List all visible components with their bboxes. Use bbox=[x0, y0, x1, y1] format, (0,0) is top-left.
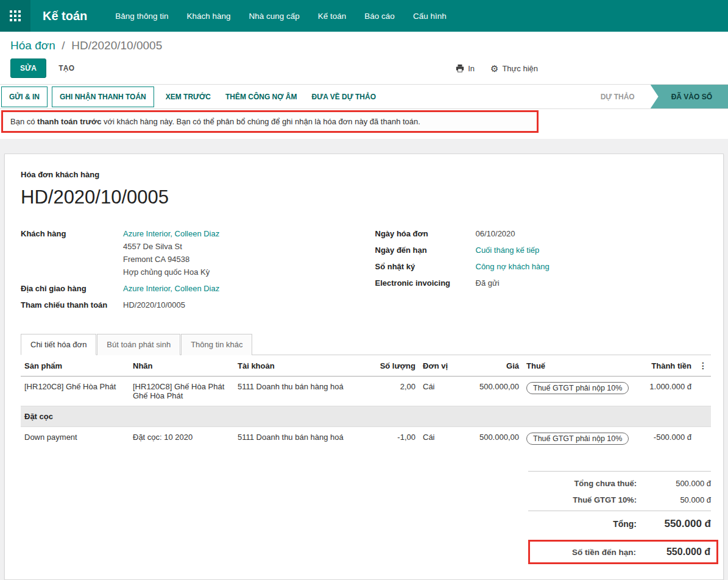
total-untaxed-value: 500.000 đ bbox=[646, 479, 711, 488]
amount-due-row: Số tiền đến hạn: 550.000 đ bbox=[536, 544, 710, 560]
send-print-button[interactable]: GỬI & IN bbox=[1, 87, 48, 107]
cell-unit: Cái bbox=[419, 377, 457, 406]
col-product: Sản phẩm bbox=[21, 355, 129, 377]
col-account: Tài khoản bbox=[234, 355, 372, 377]
add-credit-note-button[interactable]: THÊM CÔNG NỢ ÂM bbox=[218, 87, 305, 107]
total-untaxed-label: Tổng chưa thuế: bbox=[574, 479, 637, 488]
preview-button[interactable]: XEM TRƯỚC bbox=[158, 87, 218, 107]
cell-options bbox=[695, 427, 711, 451]
status-pipeline: DỰ THẢO ĐÃ VÀO SỔ bbox=[585, 85, 728, 108]
cell-options bbox=[695, 377, 711, 406]
invoice-lines-table: Sản phẩm Nhãn Tài khoản Số lượng Đơn vị … bbox=[21, 355, 711, 450]
total-tax-value: 50.000 đ bbox=[646, 495, 711, 504]
due-date-link[interactable]: Cuối tháng kế tiếp bbox=[476, 244, 540, 256]
einvoice-label: Electronic invoicing bbox=[375, 277, 476, 289]
delivery-address-link[interactable]: Azure Interior, Colleen Diaz bbox=[123, 283, 219, 295]
cell-unit: Cái bbox=[419, 427, 457, 451]
customer-address-line: 4557 De Silva St bbox=[123, 240, 219, 253]
col-unit: Đơn vị bbox=[419, 355, 457, 377]
table-row[interactable]: Down payment Đặt cọc: 10 2020 5111 Doanh… bbox=[21, 427, 711, 451]
apps-menu-button[interactable] bbox=[0, 0, 30, 32]
cell-quantity: 2,00 bbox=[372, 377, 419, 406]
col-label: Nhãn bbox=[129, 355, 234, 377]
breadcrumb-separator: / bbox=[62, 39, 65, 52]
alert-text-prefix: Bạn có bbox=[10, 117, 37, 126]
menu-customers[interactable]: Khách hàng bbox=[186, 12, 230, 21]
status-posted[interactable]: ĐÃ VÀO SỔ bbox=[651, 85, 728, 108]
customer-link[interactable]: Azure Interior, Colleen Diaz bbox=[123, 229, 219, 238]
fields-right-column: Ngày hóa đơn 06/10/2020 Ngày đến hạn Cuố… bbox=[375, 228, 712, 316]
col-options: ⋮ bbox=[695, 355, 711, 377]
cell-product: Down payment bbox=[21, 427, 129, 451]
document-type-label: Hóa đơn khách hàng bbox=[21, 170, 711, 179]
amount-due-value: 550.000 đ bbox=[646, 546, 710, 557]
tab-invoice-lines[interactable]: Chi tiết hóa đơn bbox=[21, 334, 96, 355]
invoice-date-value: 06/10/2020 bbox=[476, 228, 515, 240]
cell-tax: Thuế GTGT phải nộp 10% bbox=[523, 377, 636, 406]
alert-row: Bạn có thanh toán trước với khách hàng n… bbox=[0, 109, 728, 139]
annotation-box-amount-due: Số tiền đến hạn: 550.000 đ bbox=[528, 540, 718, 564]
grand-total-row: Tổng: 550.000 đ bbox=[528, 511, 711, 534]
tab-journal-items[interactable]: Bút toán phát sinh bbox=[97, 334, 180, 355]
cell-price: 500.000,00 bbox=[457, 377, 523, 406]
field-delivery-address: Địa chỉ giao hàng Azure Interior, Collee… bbox=[21, 283, 357, 295]
column-options-icon[interactable]: ⋮ bbox=[699, 361, 707, 370]
journal-label: Sổ nhật ký bbox=[375, 261, 476, 273]
top-menu: Bảng thông tin Khách hàng Nhà cung cấp K… bbox=[115, 12, 446, 21]
cell-product: [HR120C8] Ghế Hòa Phát bbox=[21, 377, 129, 406]
field-journal: Sổ nhật ký Công nợ khách hàng bbox=[375, 261, 712, 273]
menu-configuration[interactable]: Cấu hình bbox=[413, 12, 447, 21]
top-navbar: Kế toán Bảng thông tin Khách hàng Nhà cu… bbox=[0, 0, 728, 32]
print-menu[interactable]: In bbox=[456, 64, 475, 73]
app-title[interactable]: Kế toán bbox=[43, 9, 87, 23]
totals-table: Tổng chưa thuế: 500.000 đ Thuế GTGT 10%:… bbox=[528, 471, 711, 564]
col-quantity: Số lượng bbox=[372, 355, 419, 377]
control-panel-actions: In ⚙ Thực hiện bbox=[456, 64, 538, 73]
cell-price: 500.000,00 bbox=[457, 427, 523, 451]
field-payment-reference: Tham chiếu thanh toán HD/2020/10/0005 bbox=[21, 299, 357, 311]
menu-vendors[interactable]: Nhà cung cấp bbox=[249, 12, 299, 21]
breadcrumb-parent-link[interactable]: Hóa đơn bbox=[10, 39, 55, 52]
col-subtotal: Thành tiền bbox=[636, 355, 695, 377]
table-row[interactable]: [HR120C8] Ghế Hòa Phát [HR120C8] Ghế Hòa… bbox=[21, 377, 711, 406]
customer-value: Azure Interior, Colleen Diaz 4557 De Sil… bbox=[123, 228, 219, 278]
cell-subtotal: 1.000.000 đ bbox=[636, 377, 695, 406]
menu-accounting[interactable]: Kế toán bbox=[318, 12, 347, 21]
section-label: Đặt cọc bbox=[21, 406, 711, 427]
table-section-row[interactable]: Đặt cọc bbox=[21, 406, 711, 427]
notebook-tabs: Chi tiết hóa đơn Bút toán phát sinh Thôn… bbox=[21, 334, 711, 355]
control-panel: SỬA TẠO In ⚙ Thực hiện bbox=[0, 55, 728, 84]
status-draft[interactable]: DỰ THẢO bbox=[585, 85, 651, 108]
outstanding-payment-alert annotation-box-alert: Bạn có thanh toán trước với khách hàng n… bbox=[1, 110, 539, 133]
tax-badge: Thuế GTGT phải nộp 10% bbox=[526, 433, 629, 445]
register-payment-button[interactable]: GHI NHẬN THANH TOÁN bbox=[52, 87, 154, 107]
content-area: Hóa đơn khách hàng HD/2020/10/0005 Khách… bbox=[0, 139, 728, 580]
cell-label: [HR120C8] Ghế Hòa Phát Ghế Hòa Phát bbox=[129, 377, 234, 406]
action-menu[interactable]: ⚙ Thực hiện bbox=[490, 64, 538, 73]
col-tax: Thuế bbox=[523, 355, 636, 377]
invoice-date-label: Ngày hóa đơn bbox=[375, 228, 476, 240]
reset-to-draft-button[interactable]: ĐƯA VỀ DỰ THẢO bbox=[305, 87, 383, 107]
breadcrumb-current: HD/2020/10/0005 bbox=[71, 39, 162, 52]
menu-dashboard[interactable]: Bảng thông tin bbox=[115, 12, 168, 21]
col-price: Giá bbox=[457, 355, 523, 377]
field-electronic-invoicing: Electronic invoicing Đã gửi bbox=[375, 277, 712, 289]
total-untaxed-row: Tổng chưa thuế: 500.000 đ bbox=[528, 475, 711, 492]
tab-other-info[interactable]: Thông tin khác bbox=[181, 334, 252, 355]
tax-badge: Thuế GTGT phải nộp 10% bbox=[526, 382, 629, 394]
totals-section: Tổng chưa thuế: 500.000 đ Thuế GTGT 10%:… bbox=[21, 471, 711, 564]
journal-link[interactable]: Công nợ khách hàng bbox=[476, 261, 550, 273]
create-button[interactable]: TẠO bbox=[58, 64, 74, 72]
customer-address-line: Hợp chủng quốc Hoa Kỳ bbox=[123, 266, 219, 278]
statusbar-buttons: GỬI & IN GHI NHẬN THANH TOÁN XEM TRƯỚC T… bbox=[0, 85, 383, 108]
breadcrumb: Hóa đơn / HD/2020/10/0005 bbox=[0, 32, 728, 55]
payment-reference-value: HD/2020/10/0005 bbox=[123, 299, 185, 311]
delivery-address-label: Địa chỉ giao hàng bbox=[21, 283, 123, 295]
due-date-label: Ngày đến hạn bbox=[375, 244, 476, 256]
total-tax-label: Thuế GTGT 10%: bbox=[573, 495, 637, 504]
invoice-number: HD/2020/10/0005 bbox=[21, 186, 711, 208]
edit-button[interactable]: SỬA bbox=[10, 58, 46, 78]
cell-account: 5111 Doanh thu bán hàng hoá bbox=[234, 427, 372, 451]
field-customer: Khách hàng Azure Interior, Colleen Diaz … bbox=[21, 228, 357, 278]
menu-reports[interactable]: Báo cáo bbox=[364, 12, 395, 21]
